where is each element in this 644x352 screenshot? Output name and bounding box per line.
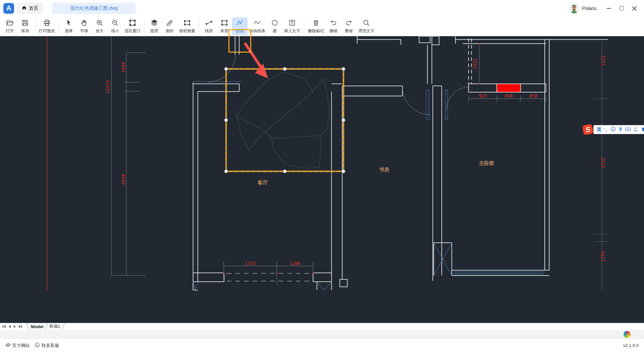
tool-polyline-button[interactable]: 折线 [232, 17, 248, 35]
zoom-in-icon [96, 18, 104, 27]
trash-icon [312, 18, 320, 27]
contact-support-label: 联系客服 [42, 343, 59, 349]
title-bar: A 首页 现代红色调施工图.dwg Polaris. [0, 0, 644, 16]
printer-icon [43, 18, 51, 27]
dim-cabinet-mid: 800 [505, 94, 513, 99]
official-website-label: 官方网站 [12, 343, 30, 349]
dim-left-bottom: 6038 [121, 174, 126, 185]
room-label-living: 客厅 [257, 180, 268, 185]
ime-skin-icon[interactable] [641, 127, 644, 133]
ime-keyboard-icon[interactable] [625, 127, 631, 132]
user-avatar[interactable] [569, 3, 579, 13]
home-icon [21, 5, 27, 11]
left-dimension-lines [110, 36, 146, 276]
selected-polyline-entity[interactable] [236, 72, 329, 168]
sheet-nav-prev-button[interactable] [9, 325, 11, 328]
dimension-texts: 1004 12373 6038 1753 1200 923 800 850 13… [105, 55, 606, 266]
tool-measure-distance-button[interactable]: 测距 [162, 17, 177, 35]
room-labels: 客厅 书房 主卧室 [257, 160, 494, 185]
contact-support-link[interactable]: 联系客服 [35, 342, 59, 349]
room-label-study: 书房 [379, 167, 389, 172]
search-icon [362, 18, 370, 27]
app-version: v2.1.0.0 [623, 343, 639, 348]
tool-area-measure-button[interactable]: 面积测量 [177, 17, 197, 35]
sogou-logo-icon[interactable]: S [582, 124, 594, 135]
document-tab[interactable]: 现代红色调施工图.dwg [52, 3, 136, 14]
area-measure-icon [183, 18, 191, 27]
dim-right-top: 1322 [601, 55, 606, 66]
cursor-icon [65, 18, 73, 27]
tool-print-preview-button[interactable]: 打印预览 [37, 17, 57, 35]
blue-accent-lines [193, 81, 544, 290]
tool-undo-button[interactable]: 撤销 [326, 17, 341, 35]
tool-line-segment-button[interactable]: 线段 [201, 17, 217, 35]
tool-insert-text-button[interactable]: 插入文字 [282, 17, 302, 35]
sheet-tab-separator [26, 323, 30, 330]
tool-select-button[interactable]: 选择 [61, 17, 76, 35]
tool-save-button[interactable]: 保存 [17, 17, 33, 35]
tool-open-button[interactable]: 打开 [2, 17, 17, 35]
walls [193, 36, 608, 290]
polyline-icon [236, 18, 244, 27]
home-tab-label: 首页 [29, 5, 38, 11]
ime-emoji-icon[interactable] [610, 126, 616, 133]
tool-zoom-in-button[interactable]: 放大 [92, 17, 107, 35]
sheet-nav-first-button[interactable] [3, 325, 6, 328]
sheet-nav-next-button[interactable] [14, 325, 16, 328]
dim-right-mid: 4733 [601, 158, 606, 168]
red-arrow-annotation [246, 44, 268, 78]
close-button[interactable] [629, 3, 639, 13]
rectangle-icon [220, 18, 228, 27]
minimize-button[interactable] [604, 3, 614, 13]
color-wheel-icon[interactable] [624, 331, 631, 338]
dimension-tick-dots [223, 43, 479, 274]
selection-handles[interactable] [224, 67, 345, 173]
ime-language-toggle[interactable]: 英 [597, 127, 601, 133]
official-website-link[interactable]: 官方网站 [5, 342, 30, 349]
ime-passport-icon[interactable] [633, 127, 639, 133]
tool-free-line-button[interactable]: 自由线条 [248, 17, 267, 35]
tool-delete-mark-button[interactable]: 删除标记 [306, 17, 326, 35]
tool-rectangle-button[interactable]: 矩形 [217, 17, 232, 35]
tool-find-text-button[interactable]: 查找文字 [357, 17, 376, 35]
sheet-tab-layout1[interactable]: 布局1 [49, 324, 60, 330]
selection-box[interactable] [226, 69, 343, 171]
hand-icon [80, 18, 88, 27]
app-logo-icon[interactable]: A [3, 3, 14, 14]
sliding-door-dashes [227, 274, 312, 281]
dashed-wall-lines [469, 39, 472, 84]
highlighted-cabinet-cell [497, 84, 520, 92]
sheet-tab-separator [62, 323, 65, 330]
dim-cabinet-right: 850 [529, 94, 537, 99]
room-label-master: 主卧室 [479, 160, 494, 166]
maximize-button[interactable] [616, 3, 627, 13]
fit-window-icon [128, 18, 137, 27]
ime-punctuation-toggle[interactable]: ’， [604, 127, 608, 133]
drawing-canvas[interactable]: 客厅 书房 主卧室 1004 12373 6038 1753 1200 923 … [0, 36, 644, 323]
redo-icon [345, 18, 353, 27]
insert-text-icon [288, 18, 296, 27]
door-arcs [208, 54, 470, 115]
user-name: Polaris. [582, 6, 598, 11]
floor-plan: 客厅 书房 主卧室 1004 12373 6038 1753 1200 923 … [0, 36, 644, 323]
save-icon [21, 18, 29, 27]
tool-zoom-out-button[interactable]: 缩小 [107, 17, 123, 35]
tool-redo-button[interactable]: 重做 [341, 17, 357, 35]
home-tab[interactable]: 首页 [17, 3, 43, 14]
sheet-nav-last-button[interactable] [19, 325, 22, 328]
smiley-icon [35, 342, 40, 349]
ime-toolbar[interactable]: S 英 ’， [583, 125, 644, 134]
ime-voice-icon[interactable] [618, 126, 623, 133]
tool-circle-button[interactable]: 圆 [267, 17, 282, 35]
minimize-icon [607, 8, 611, 9]
close-icon [632, 6, 637, 11]
tool-fit-window-button[interactable]: 适应窗口 [123, 17, 142, 35]
main-toolbar: 打开 保存 打印预览 选择 平移 放大 缩小 [0, 16, 644, 36]
folder-open-icon [6, 18, 14, 27]
dim-bottom-right: 1200 [289, 261, 300, 266]
sheet-tab-model[interactable]: Model [31, 324, 44, 329]
tool-pan-button[interactable]: 平移 [76, 17, 92, 35]
tool-layers-button[interactable]: 图层 [147, 17, 162, 35]
dim-closet: 1322 [473, 59, 478, 69]
free-line-icon [253, 18, 261, 27]
